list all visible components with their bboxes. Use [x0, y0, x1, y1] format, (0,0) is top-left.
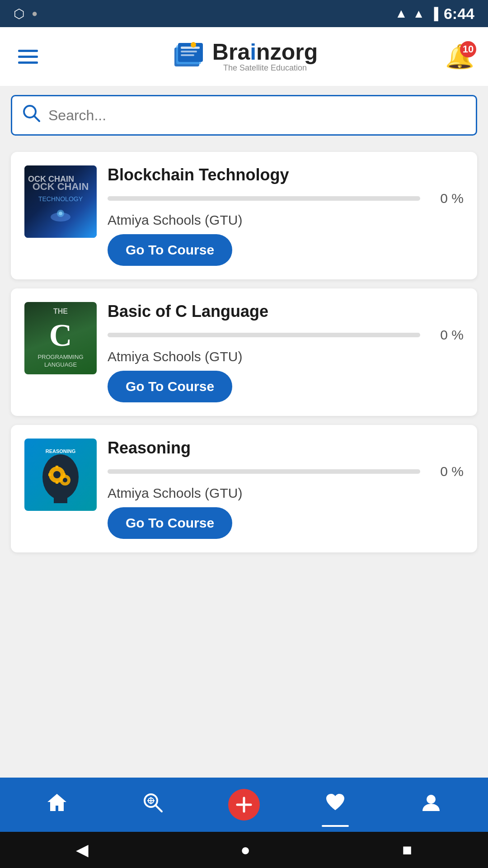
nav-home-button[interactable]: [37, 787, 77, 823]
svg-line-9: [34, 116, 39, 121]
course-title-blockchain: Blockchain Technology: [108, 165, 464, 184]
c-thumb-letter: C: [49, 317, 72, 354]
svg-text:REASONING: REASONING: [46, 448, 76, 454]
hamburger-button[interactable]: [14, 45, 42, 68]
course-card-c-language: THE C PROGRAMMINGLANGUAGE Basic of C Lan…: [11, 288, 477, 416]
course-school-blockchain: Atmiya Schools (GTU): [108, 212, 464, 228]
notification-badge: 10: [460, 41, 476, 57]
status-bar-right: ▲ ▲ ▐ 6:44: [395, 5, 474, 23]
android-recents-button[interactable]: ■: [402, 840, 412, 859]
status-bar-left: ⬡ ●: [14, 6, 38, 21]
go-to-course-button-c[interactable]: Go To Course: [108, 371, 232, 402]
hamburger-line-1: [18, 50, 38, 52]
progress-bar-bg-blockchain: [108, 196, 420, 201]
search-section: [0, 86, 488, 145]
go-to-course-button-blockchain[interactable]: Go To Course: [108, 234, 232, 266]
logo-bra: Bra: [212, 39, 250, 65]
nav-search-button[interactable]: [132, 787, 173, 823]
android-back-button[interactable]: ◀: [76, 840, 89, 859]
course-thumbnail-c: THE C PROGRAMMINGLANGUAGE: [24, 302, 97, 374]
svg-rect-23: [63, 473, 66, 476]
course-thumbnail-reasoning: REASONING: [24, 439, 97, 511]
logo: Brainzorg The Satellite Education: [170, 38, 318, 75]
search-box: [11, 95, 477, 136]
blockchain-thumb-text: OCK CHAIN: [33, 181, 89, 193]
reasoning-thumb-graphic: REASONING: [33, 443, 88, 506]
search-nav-icon: [141, 791, 164, 819]
svg-point-19: [63, 478, 67, 482]
c-thumb-inner: THE C PROGRAMMINGLANGUAGE: [24, 302, 97, 374]
logo-text-block: Brainzorg The Satellite Education: [212, 41, 318, 73]
nav-profile-button[interactable]: [411, 787, 451, 823]
svg-rect-14: [54, 495, 67, 503]
logo-brand-name: Brainzorg: [212, 41, 318, 63]
progress-row-blockchain: 0 %: [108, 191, 464, 206]
hamburger-line-2: [18, 56, 38, 58]
spacer: [0, 669, 488, 778]
courses-list: OCK CHAIN TECHNOLOGY Blockchain Technolo…: [0, 145, 488, 669]
hamburger-line-3: [18, 61, 38, 64]
svg-point-17: [53, 471, 61, 478]
progress-text-c: 0 %: [427, 327, 464, 343]
svg-point-33: [427, 795, 436, 804]
blockchain-thumb-sub: TECHNOLOGY: [38, 195, 83, 203]
battery-icon: ▐: [430, 7, 438, 21]
course-card-blockchain: OCK CHAIN TECHNOLOGY Blockchain Technolo…: [11, 152, 477, 279]
course-info-reasoning: Reasoning 0 % Atmiya Schools (GTU) Go To…: [108, 439, 464, 539]
svg-rect-20: [56, 466, 58, 468]
reasoning-thumb-inner: REASONING: [24, 439, 97, 511]
bottom-navigation: [0, 778, 488, 832]
search-icon: [21, 103, 41, 127]
course-info-c: Basic of C Language 0 % Atmiya Schools (…: [108, 302, 464, 402]
logo-icon: [170, 38, 206, 75]
nav-add-button[interactable]: [228, 789, 260, 821]
svg-rect-3: [181, 47, 200, 49]
blockchain-thumb-graphic: [47, 204, 74, 222]
course-info-blockchain: Blockchain Technology 0 % Atmiya Schools…: [108, 165, 464, 266]
progress-bar-bg-c: [108, 333, 420, 337]
signal-icon: ▲: [413, 7, 425, 21]
c-thumb-subtext: PROGRAMMINGLANGUAGE: [38, 354, 83, 369]
svg-rect-22: [48, 473, 51, 476]
heart-icon: [324, 791, 347, 819]
logo-nzorg: nzorg: [256, 39, 318, 65]
wifi-icon: ▲: [395, 6, 408, 21]
time-display: 6:44: [444, 5, 474, 23]
dot-icon: ●: [32, 8, 38, 19]
svg-point-12: [59, 212, 62, 215]
android-home-button[interactable]: ●: [240, 840, 250, 859]
android-nav-bar: ◀ ● ■: [0, 832, 488, 868]
progress-bar-bg-reasoning: [108, 469, 420, 474]
active-indicator: [322, 825, 349, 827]
course-thumbnail-blockchain: OCK CHAIN TECHNOLOGY: [24, 165, 97, 238]
logo-in: i: [250, 39, 256, 65]
blockchain-thumb-inner: OCK CHAIN TECHNOLOGY: [24, 165, 97, 238]
svg-line-26: [155, 805, 162, 811]
profile-icon: [420, 791, 442, 819]
home-icon: [46, 791, 68, 819]
course-card-reasoning: REASONING Reasoning: [11, 425, 477, 552]
nav-favorites-button[interactable]: [315, 787, 356, 823]
course-title-reasoning: Reasoning: [108, 439, 464, 458]
header: Brainzorg The Satellite Education 🔔 10: [0, 27, 488, 86]
status-bar: ⬡ ● ▲ ▲ ▐ 6:44: [0, 0, 488, 27]
progress-text-reasoning: 0 %: [427, 464, 464, 479]
logo-inner: Brainzorg The Satellite Education: [170, 38, 318, 75]
go-to-course-button-reasoning[interactable]: Go To Course: [108, 507, 232, 539]
svg-rect-4: [181, 51, 197, 52]
logo-subtitle: The Satellite Education: [212, 63, 318, 73]
svg-marker-24: [47, 794, 66, 811]
course-school-c: Atmiya Schools (GTU): [108, 349, 464, 364]
course-school-reasoning: Atmiya Schools (GTU): [108, 486, 464, 501]
svg-rect-21: [56, 481, 58, 484]
progress-text-blockchain: 0 %: [427, 191, 464, 206]
course-title-c: Basic of C Language: [108, 302, 464, 321]
progress-row-c: 0 %: [108, 327, 464, 343]
search-input[interactable]: [48, 107, 467, 124]
c-thumb-top-text: THE: [53, 307, 68, 316]
notification-button[interactable]: 🔔 10: [445, 43, 474, 71]
svg-rect-5: [181, 54, 194, 56]
drive-icon: ⬡: [14, 6, 24, 21]
progress-row-reasoning: 0 %: [108, 464, 464, 479]
